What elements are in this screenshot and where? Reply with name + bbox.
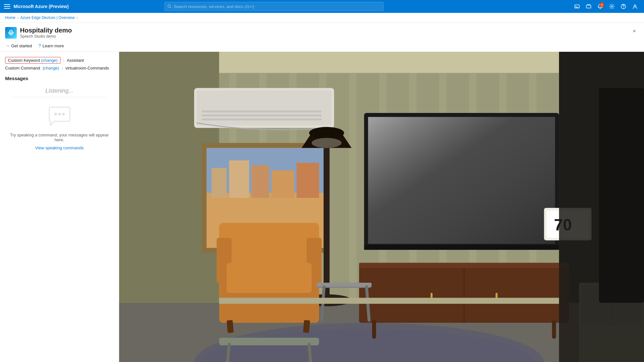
breadcrumb-home[interactable]: Home	[5, 15, 15, 20]
svg-point-49	[309, 127, 344, 139]
close-button[interactable]: ×	[630, 27, 639, 36]
keyword-label: Custom Keyword	[8, 58, 40, 63]
svg-rect-57	[359, 263, 569, 268]
config-section: Custom Keyword (change) : Assistant Cust…	[5, 57, 114, 70]
title-row: Hospitality demo Speech Studio demo	[5, 27, 639, 39]
svg-rect-37	[202, 118, 322, 120]
svg-rect-84	[599, 88, 644, 303]
svg-rect-72	[303, 320, 310, 333]
command-config-row: Custom Command (change) : virtualroom-Co…	[5, 66, 114, 70]
keyword-value: Assistant	[67, 58, 84, 63]
svg-line-1	[170, 7, 171, 8]
view-commands-link[interactable]: View speaking commands	[5, 145, 114, 150]
svg-point-51	[312, 138, 342, 148]
search-input[interactable]	[174, 4, 381, 9]
messages-section: Messages Listening... Try speaking a com…	[5, 76, 114, 150]
svg-rect-85	[219, 298, 559, 304]
cloud-shell-button[interactable]	[572, 1, 582, 12]
page-title: Hospitality demo	[20, 27, 72, 34]
svg-rect-43	[229, 161, 249, 198]
breadcrumb-sep-1: ›	[17, 16, 18, 20]
divider	[12, 97, 107, 97]
title-text: Hospitality demo Speech Studio demo	[20, 27, 72, 39]
messages-title: Messages	[5, 76, 114, 81]
svg-point-5	[611, 6, 613, 7]
page-icon	[5, 27, 17, 39]
svg-rect-46	[297, 163, 319, 198]
get-started-label: Get started	[11, 43, 32, 48]
get-started-link[interactable]: → Get started	[5, 43, 32, 51]
learn-more-link[interactable]: ? Learn more	[38, 43, 64, 51]
notifications-button[interactable]: 5	[595, 1, 605, 12]
speak-prompt: Try speaking a command, your messages wi…	[5, 133, 114, 142]
svg-point-8	[634, 5, 636, 7]
svg-point-13	[62, 113, 65, 116]
svg-rect-70	[227, 263, 312, 293]
breadcrumb-sep-2: ›	[77, 16, 78, 20]
svg-rect-80	[219, 338, 319, 345]
help-button[interactable]	[618, 1, 629, 12]
left-panel: Custom Keyword (change) : Assistant Cust…	[0, 52, 119, 362]
action-links: → Get started ? Learn more	[5, 41, 639, 51]
command-label: Custom Command	[5, 66, 40, 70]
search-icon	[167, 4, 172, 9]
hamburger-menu[interactable]	[4, 3, 10, 10]
svg-rect-4	[586, 5, 591, 8]
svg-rect-26	[349, 73, 356, 303]
chat-bubble-container	[5, 105, 114, 127]
svg-rect-42	[212, 168, 227, 198]
learn-more-label: Learn more	[43, 43, 64, 48]
app-title: Microsoft Azure (Preview)	[14, 4, 69, 9]
arrow-icon: →	[5, 43, 10, 48]
svg-rect-54	[368, 117, 555, 244]
main-content: Custom Keyword (change) : Assistant Cust…	[0, 52, 644, 362]
listening-text: Listening...	[5, 88, 114, 94]
room-scene: 70	[119, 52, 644, 362]
custom-keyword-button[interactable]: Custom Keyword (change)	[5, 57, 61, 64]
svg-point-11	[54, 113, 57, 116]
command-value: virtualroom-Commands	[65, 66, 109, 70]
settings-button[interactable]	[607, 1, 617, 12]
account-button[interactable]	[630, 1, 640, 12]
breadcrumb-parent[interactable]: Azure Edge Devices | Overview	[20, 15, 75, 20]
keyword-change-link[interactable]: (change)	[41, 58, 58, 63]
page-subtitle: Speech Studio demo	[20, 34, 72, 39]
svg-point-7	[623, 8, 624, 8]
breadcrumb: Home › Azure Edge Devices | Overview ›	[0, 13, 644, 23]
speech-icon	[7, 29, 14, 36]
directory-button[interactable]	[583, 1, 594, 12]
svg-rect-35	[202, 110, 322, 112]
command-colon: :	[62, 66, 63, 70]
keyword-config-row: Custom Keyword (change) : Assistant	[5, 57, 114, 64]
question-icon: ?	[38, 43, 41, 48]
svg-rect-71	[227, 320, 234, 333]
top-navigation: Microsoft Azure (Preview) 5	[0, 0, 644, 13]
nav-icons: 5	[572, 1, 640, 12]
svg-rect-45	[271, 171, 294, 198]
page-header: Hospitality demo Speech Studio demo → Ge…	[0, 23, 644, 52]
notification-count: 5	[600, 3, 604, 7]
right-panel: 70	[119, 52, 644, 362]
chat-bubble-icon	[47, 105, 72, 127]
svg-rect-44	[251, 165, 269, 198]
search-bar[interactable]	[165, 2, 384, 11]
keyword-colon: :	[63, 58, 64, 63]
command-change-link[interactable]: (change)	[43, 66, 59, 70]
svg-point-12	[58, 113, 61, 116]
svg-rect-36	[202, 115, 322, 116]
svg-rect-55	[364, 245, 559, 250]
